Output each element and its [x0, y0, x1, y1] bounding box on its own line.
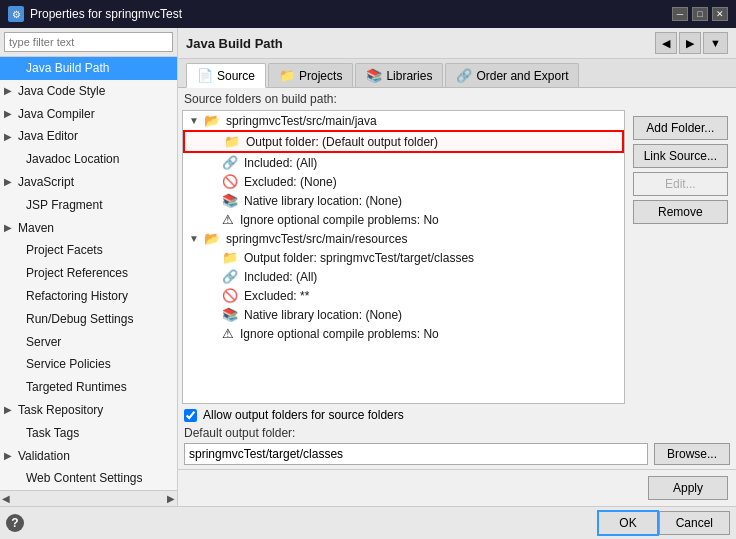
ok-button[interactable]: OK	[597, 510, 658, 536]
sidebar-item-task-tags[interactable]: Task Tags	[0, 422, 177, 445]
tab-source[interactable]: 📄Source	[186, 63, 266, 88]
tab-icon: 📄	[197, 68, 213, 83]
sidebar-item-maven[interactable]: ▶Maven	[0, 217, 177, 240]
tree-row[interactable]: 🚫Excluded: **	[183, 286, 624, 305]
sidebar-item-label: Server	[26, 334, 61, 351]
arrow-icon: ▶	[4, 449, 14, 463]
sidebar-item-java-compiler[interactable]: ▶Java Compiler	[0, 103, 177, 126]
sidebar-item-targeted-runtimes[interactable]: Targeted Runtimes	[0, 376, 177, 399]
sidebar-item-java-build-path[interactable]: Java Build Path	[0, 57, 177, 80]
tree-row[interactable]: 📚Native library location: (None)	[183, 305, 624, 324]
tab-icon: 📚	[366, 68, 382, 83]
browse-button[interactable]: Browse...	[654, 443, 730, 465]
cancel-button[interactable]: Cancel	[659, 511, 730, 535]
tab-label: Libraries	[386, 69, 432, 83]
sidebar-item-java-code-style[interactable]: ▶Java Code Style	[0, 80, 177, 103]
sidebar-item-javadoc-location[interactable]: Javadoc Location	[0, 148, 177, 171]
scroll-left-icon[interactable]: ◀	[2, 493, 10, 504]
tree-item-icon: 📚	[222, 193, 238, 208]
sidebar-item-label: JavaScript	[18, 174, 74, 191]
tree-item-icon: 🚫	[222, 174, 238, 189]
sidebar-item-project-references[interactable]: Project References	[0, 262, 177, 285]
scroll-right-icon[interactable]: ▶	[167, 493, 175, 504]
tab-icon: 🔗	[456, 68, 472, 83]
sidebar-item-label: Java Code Style	[18, 83, 105, 100]
sidebar-item-label: JSP Fragment	[26, 197, 102, 214]
tree-item-icon: 📂	[204, 231, 220, 246]
sidebar-item-java-editor[interactable]: ▶Java Editor	[0, 125, 177, 148]
sidebar-item-server[interactable]: Server	[0, 331, 177, 354]
tree-row[interactable]: 🔗Included: (All)	[183, 153, 624, 172]
sidebar-item-validation[interactable]: ▶Validation	[0, 445, 177, 468]
nav-menu-button[interactable]: ▼	[703, 32, 728, 54]
arrow-icon: ▶	[4, 175, 14, 189]
tree-row[interactable]: 📁Output folder: (Default output folder)	[183, 130, 624, 153]
action-btn-remove[interactable]: Remove	[633, 200, 728, 224]
sidebar-item-label: Service Policies	[26, 356, 111, 373]
tree-item-label: Included: (All)	[244, 156, 317, 170]
action-btn-link-source-[interactable]: Link Source...	[633, 144, 728, 168]
title-icon: ⚙	[8, 6, 24, 22]
default-output-label: Default output folder:	[184, 426, 730, 440]
tree-row[interactable]: ⚠Ignore optional compile problems: No	[183, 324, 624, 343]
tab-order-and-export[interactable]: 🔗Order and Export	[445, 63, 579, 87]
help-bar: ? OK Cancel	[0, 506, 736, 539]
output-folder-input[interactable]	[184, 443, 648, 465]
checkbox-row: Allow output folders for source folders	[184, 408, 730, 422]
help-icon[interactable]: ?	[6, 514, 24, 532]
tree-row[interactable]: ⚠Ignore optional compile problems: No	[183, 210, 624, 229]
sidebar-item-javascript[interactable]: ▶JavaScript	[0, 171, 177, 194]
apply-button[interactable]: Apply	[648, 476, 728, 500]
arrow-icon: ▶	[4, 403, 14, 417]
tab-label: Order and Export	[476, 69, 568, 83]
sidebar-item-label: Javadoc Location	[26, 151, 119, 168]
nav-forward-button[interactable]: ▶	[679, 32, 701, 54]
tree-item-icon: ⚠	[222, 326, 234, 341]
tree-item-label: Ignore optional compile problems: No	[240, 213, 439, 227]
sidebar-item-label: Maven	[18, 220, 54, 237]
sidebar-item-label: Project References	[26, 265, 128, 282]
tree-row[interactable]: 🚫Excluded: (None)	[183, 172, 624, 191]
tree-item-label: Ignore optional compile problems: No	[240, 327, 439, 341]
minimize-button[interactable]: ─	[672, 7, 688, 21]
tree-item-label: Excluded: **	[244, 289, 309, 303]
tab-label: Source	[217, 69, 255, 83]
close-button[interactable]: ✕	[712, 7, 728, 21]
output-row: Browse...	[184, 443, 730, 465]
sidebar-item-task-repository[interactable]: ▶Task Repository	[0, 399, 177, 422]
tree-row[interactable]: 📁Output folder: springmvcTest/target/cla…	[183, 248, 624, 267]
tree-item-label: springmvcTest/src/main/resources	[226, 232, 407, 246]
tree-row[interactable]: ▼📂springmvcTest/src/main/resources	[183, 229, 624, 248]
sidebar-item-rundebug-settings[interactable]: Run/Debug Settings	[0, 308, 177, 331]
arrow-icon: ▶	[4, 221, 14, 235]
sidebar-item-refactoring-history[interactable]: Refactoring History	[0, 285, 177, 308]
tree-item-label: springmvcTest/src/main/java	[226, 114, 377, 128]
window-title: Properties for springmvcTest	[30, 7, 182, 21]
tree-item-icon: 🚫	[222, 288, 238, 303]
arrow-icon: ▶	[4, 84, 14, 98]
tree-inner: ▼📂springmvcTest/src/main/java📁Output fol…	[182, 110, 625, 404]
action-btn-add-folder-[interactable]: Add Folder...	[633, 116, 728, 140]
tree-item-label: Native library location: (None)	[244, 194, 402, 208]
sidebar-item-label: Targeted Runtimes	[26, 379, 127, 396]
tree-row[interactable]: ▼📂springmvcTest/src/main/java	[183, 111, 624, 130]
tab-libraries[interactable]: 📚Libraries	[355, 63, 443, 87]
allow-output-checkbox[interactable]	[184, 409, 197, 422]
tree-item-icon: 📁	[222, 250, 238, 265]
sidebar-item-web-content-settings[interactable]: Web Content Settings	[0, 467, 177, 490]
sidebar-search-input[interactable]	[4, 32, 173, 52]
tab-projects[interactable]: 📁Projects	[268, 63, 353, 87]
tab-icon: 📁	[279, 68, 295, 83]
tree-row[interactable]: 🔗Included: (All)	[183, 267, 624, 286]
sidebar-item-label: Task Tags	[26, 425, 79, 442]
source-header: Source folders on build path:	[178, 88, 736, 110]
tab-bar: 📄Source📁Projects📚Libraries🔗Order and Exp…	[178, 59, 736, 88]
sidebar-item-project-facets[interactable]: Project Facets	[0, 239, 177, 262]
tree-row[interactable]: 📚Native library location: (None)	[183, 191, 624, 210]
maximize-button[interactable]: □	[692, 7, 708, 21]
tree-toggle-icon: ▼	[189, 115, 201, 126]
sidebar-item-label: Java Editor	[18, 128, 78, 145]
sidebar-item-jsp-fragment[interactable]: JSP Fragment	[0, 194, 177, 217]
sidebar-item-service-policies[interactable]: Service Policies	[0, 353, 177, 376]
nav-back-button[interactable]: ◀	[655, 32, 677, 54]
